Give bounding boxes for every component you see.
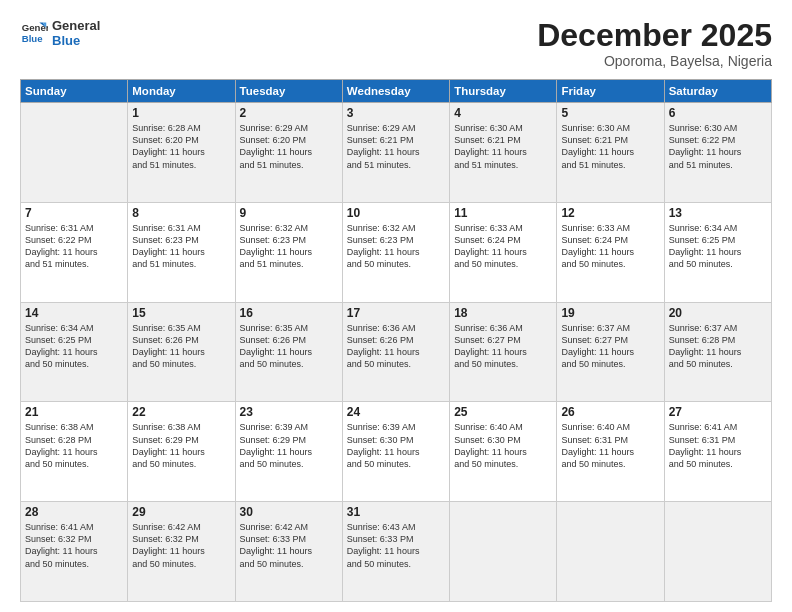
day-number: 2 (240, 106, 338, 120)
calendar-cell: 18Sunrise: 6:36 AM Sunset: 6:27 PM Dayli… (450, 302, 557, 402)
day-number: 13 (669, 206, 767, 220)
calendar-cell: 29Sunrise: 6:42 AM Sunset: 6:32 PM Dayli… (128, 502, 235, 602)
svg-text:Blue: Blue (22, 33, 43, 44)
month-title: December 2025 (537, 18, 772, 53)
day-number: 14 (25, 306, 123, 320)
header: General Blue General Blue December 2025 … (20, 18, 772, 69)
calendar-cell: 15Sunrise: 6:35 AM Sunset: 6:26 PM Dayli… (128, 302, 235, 402)
calendar-cell: 12Sunrise: 6:33 AM Sunset: 6:24 PM Dayli… (557, 202, 664, 302)
day-number: 21 (25, 405, 123, 419)
weekday-header-saturday: Saturday (664, 80, 771, 103)
day-number: 27 (669, 405, 767, 419)
day-number: 12 (561, 206, 659, 220)
location-subtitle: Oporoma, Bayelsa, Nigeria (537, 53, 772, 69)
calendar-cell (664, 502, 771, 602)
day-info: Sunrise: 6:37 AM Sunset: 6:27 PM Dayligh… (561, 322, 659, 371)
day-info: Sunrise: 6:41 AM Sunset: 6:32 PM Dayligh… (25, 521, 123, 570)
day-number: 8 (132, 206, 230, 220)
day-info: Sunrise: 6:33 AM Sunset: 6:24 PM Dayligh… (454, 222, 552, 271)
calendar-cell: 1Sunrise: 6:28 AM Sunset: 6:20 PM Daylig… (128, 103, 235, 203)
calendar-cell (21, 103, 128, 203)
day-info: Sunrise: 6:35 AM Sunset: 6:26 PM Dayligh… (132, 322, 230, 371)
calendar-cell: 10Sunrise: 6:32 AM Sunset: 6:23 PM Dayli… (342, 202, 449, 302)
calendar-cell: 16Sunrise: 6:35 AM Sunset: 6:26 PM Dayli… (235, 302, 342, 402)
day-info: Sunrise: 6:31 AM Sunset: 6:23 PM Dayligh… (132, 222, 230, 271)
day-info: Sunrise: 6:42 AM Sunset: 6:32 PM Dayligh… (132, 521, 230, 570)
logo-general: General (52, 18, 100, 33)
calendar-cell: 8Sunrise: 6:31 AM Sunset: 6:23 PM Daylig… (128, 202, 235, 302)
calendar-cell: 31Sunrise: 6:43 AM Sunset: 6:33 PM Dayli… (342, 502, 449, 602)
weekday-header-tuesday: Tuesday (235, 80, 342, 103)
day-info: Sunrise: 6:41 AM Sunset: 6:31 PM Dayligh… (669, 421, 767, 470)
day-number: 22 (132, 405, 230, 419)
weekday-header-wednesday: Wednesday (342, 80, 449, 103)
weekday-header-friday: Friday (557, 80, 664, 103)
day-info: Sunrise: 6:36 AM Sunset: 6:27 PM Dayligh… (454, 322, 552, 371)
page: General Blue General Blue December 2025 … (0, 0, 792, 612)
day-number: 17 (347, 306, 445, 320)
day-number: 28 (25, 505, 123, 519)
calendar-cell: 25Sunrise: 6:40 AM Sunset: 6:30 PM Dayli… (450, 402, 557, 502)
calendar-cell: 13Sunrise: 6:34 AM Sunset: 6:25 PM Dayli… (664, 202, 771, 302)
calendar-cell: 4Sunrise: 6:30 AM Sunset: 6:21 PM Daylig… (450, 103, 557, 203)
calendar-week-row: 14Sunrise: 6:34 AM Sunset: 6:25 PM Dayli… (21, 302, 772, 402)
day-info: Sunrise: 6:38 AM Sunset: 6:28 PM Dayligh… (25, 421, 123, 470)
weekday-header-thursday: Thursday (450, 80, 557, 103)
day-info: Sunrise: 6:32 AM Sunset: 6:23 PM Dayligh… (347, 222, 445, 271)
day-info: Sunrise: 6:34 AM Sunset: 6:25 PM Dayligh… (25, 322, 123, 371)
logo: General Blue General Blue (20, 18, 100, 48)
day-number: 5 (561, 106, 659, 120)
day-info: Sunrise: 6:37 AM Sunset: 6:28 PM Dayligh… (669, 322, 767, 371)
calendar-cell: 28Sunrise: 6:41 AM Sunset: 6:32 PM Dayli… (21, 502, 128, 602)
day-number: 29 (132, 505, 230, 519)
day-number: 23 (240, 405, 338, 419)
day-number: 10 (347, 206, 445, 220)
day-number: 25 (454, 405, 552, 419)
day-info: Sunrise: 6:28 AM Sunset: 6:20 PM Dayligh… (132, 122, 230, 171)
day-info: Sunrise: 6:36 AM Sunset: 6:26 PM Dayligh… (347, 322, 445, 371)
calendar-week-row: 28Sunrise: 6:41 AM Sunset: 6:32 PM Dayli… (21, 502, 772, 602)
day-number: 19 (561, 306, 659, 320)
calendar-cell: 21Sunrise: 6:38 AM Sunset: 6:28 PM Dayli… (21, 402, 128, 502)
day-info: Sunrise: 6:40 AM Sunset: 6:30 PM Dayligh… (454, 421, 552, 470)
day-number: 7 (25, 206, 123, 220)
day-info: Sunrise: 6:30 AM Sunset: 6:22 PM Dayligh… (669, 122, 767, 171)
day-info: Sunrise: 6:30 AM Sunset: 6:21 PM Dayligh… (454, 122, 552, 171)
day-info: Sunrise: 6:35 AM Sunset: 6:26 PM Dayligh… (240, 322, 338, 371)
calendar-cell: 20Sunrise: 6:37 AM Sunset: 6:28 PM Dayli… (664, 302, 771, 402)
calendar-header-row: SundayMondayTuesdayWednesdayThursdayFrid… (21, 80, 772, 103)
day-number: 1 (132, 106, 230, 120)
day-info: Sunrise: 6:30 AM Sunset: 6:21 PM Dayligh… (561, 122, 659, 171)
day-info: Sunrise: 6:43 AM Sunset: 6:33 PM Dayligh… (347, 521, 445, 570)
day-number: 15 (132, 306, 230, 320)
day-number: 18 (454, 306, 552, 320)
weekday-header-sunday: Sunday (21, 80, 128, 103)
day-number: 3 (347, 106, 445, 120)
calendar-cell: 5Sunrise: 6:30 AM Sunset: 6:21 PM Daylig… (557, 103, 664, 203)
calendar-cell: 2Sunrise: 6:29 AM Sunset: 6:20 PM Daylig… (235, 103, 342, 203)
calendar-cell: 3Sunrise: 6:29 AM Sunset: 6:21 PM Daylig… (342, 103, 449, 203)
calendar-cell: 22Sunrise: 6:38 AM Sunset: 6:29 PM Dayli… (128, 402, 235, 502)
calendar-cell: 17Sunrise: 6:36 AM Sunset: 6:26 PM Dayli… (342, 302, 449, 402)
calendar-cell: 24Sunrise: 6:39 AM Sunset: 6:30 PM Dayli… (342, 402, 449, 502)
day-info: Sunrise: 6:42 AM Sunset: 6:33 PM Dayligh… (240, 521, 338, 570)
calendar-cell (557, 502, 664, 602)
day-info: Sunrise: 6:29 AM Sunset: 6:20 PM Dayligh… (240, 122, 338, 171)
day-info: Sunrise: 6:38 AM Sunset: 6:29 PM Dayligh… (132, 421, 230, 470)
calendar-cell: 30Sunrise: 6:42 AM Sunset: 6:33 PM Dayli… (235, 502, 342, 602)
logo-blue: Blue (52, 33, 100, 48)
calendar-cell: 9Sunrise: 6:32 AM Sunset: 6:23 PM Daylig… (235, 202, 342, 302)
calendar-table: SundayMondayTuesdayWednesdayThursdayFrid… (20, 79, 772, 602)
calendar-week-row: 1Sunrise: 6:28 AM Sunset: 6:20 PM Daylig… (21, 103, 772, 203)
calendar-cell: 23Sunrise: 6:39 AM Sunset: 6:29 PM Dayli… (235, 402, 342, 502)
calendar-cell: 6Sunrise: 6:30 AM Sunset: 6:22 PM Daylig… (664, 103, 771, 203)
day-info: Sunrise: 6:32 AM Sunset: 6:23 PM Dayligh… (240, 222, 338, 271)
day-number: 4 (454, 106, 552, 120)
day-number: 11 (454, 206, 552, 220)
calendar-cell: 14Sunrise: 6:34 AM Sunset: 6:25 PM Dayli… (21, 302, 128, 402)
day-number: 26 (561, 405, 659, 419)
day-number: 20 (669, 306, 767, 320)
day-info: Sunrise: 6:34 AM Sunset: 6:25 PM Dayligh… (669, 222, 767, 271)
day-info: Sunrise: 6:39 AM Sunset: 6:29 PM Dayligh… (240, 421, 338, 470)
day-info: Sunrise: 6:33 AM Sunset: 6:24 PM Dayligh… (561, 222, 659, 271)
